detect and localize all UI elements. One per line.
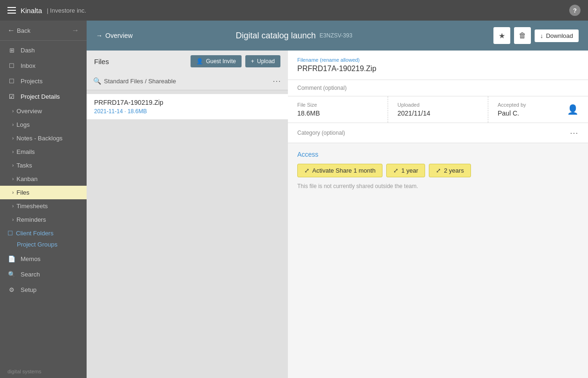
project-header: → Overview Digital catalog launch E3NZSV… <box>87 21 588 51</box>
content-area: → Overview Digital catalog launch E3NZSV… <box>87 21 588 378</box>
access-title: Access <box>297 151 579 158</box>
more-options-icon[interactable]: ⋯ <box>272 76 281 86</box>
sidebar-item-memos[interactable]: 📄 Memos <box>0 251 87 267</box>
sidebar-item-label: Dash <box>21 47 35 54</box>
projects-icon: ☐ <box>7 78 16 85</box>
sidebar-sub-item-notes[interactable]: › Notes - Backlogs <box>0 131 87 145</box>
arrow-right-icon: → <box>96 32 103 39</box>
guest-invite-button[interactable]: 👤 Guest Invite <box>191 55 242 67</box>
breadcrumb-label: Standard Files / Shareable <box>104 78 176 85</box>
share-icon: ⤢ <box>393 167 398 174</box>
sidebar-sub-item-reminders[interactable]: › Reminders <box>0 213 87 226</box>
guest-invite-label: Guest Invite <box>206 58 236 65</box>
sidebar-item-project-details[interactable]: ☑ Project Details <box>0 89 87 104</box>
project-title-area: → Overview <box>96 32 132 39</box>
sidebar-item-search[interactable]: 🔍 Search <box>0 267 87 282</box>
share-2years-button[interactable]: ⤢ 2 years <box>429 164 471 177</box>
back-button[interactable]: ← Back <box>7 26 30 35</box>
share-1year-button[interactable]: ⤢ 1 year <box>386 164 425 177</box>
uploaded-cell: Uploaded 2021/11/14 <box>388 96 488 123</box>
bullet-icon: › <box>12 122 14 127</box>
detail-filename-section: Filename (rename allowed) PRFRD17A-19021… <box>288 51 588 80</box>
delete-button[interactable]: 🗑 <box>514 27 531 44</box>
detail-panel: Filename (rename allowed) PRFRD17A-19021… <box>288 51 588 378</box>
project-details-icon: ☑ <box>7 93 16 100</box>
upload-icon: + <box>251 58 254 65</box>
sidebar-sub-item-files[interactable]: › Files <box>0 186 87 199</box>
accepted-by-value: Paul C. <box>498 109 526 117</box>
sub-item-label: Notes - Backlogs <box>16 135 62 142</box>
overview-button[interactable]: → Overview <box>96 32 132 39</box>
sidebar-item-projects[interactable]: ☐ Projects <box>0 73 87 89</box>
file-size-label: File Size <box>297 102 378 108</box>
sidebar-client-folders[interactable]: ☐ Client Folders <box>0 226 87 240</box>
share-icon: ⤢ <box>304 167 309 174</box>
star-button[interactable]: ★ <box>493 27 510 44</box>
file-size: 18.6MB <box>127 108 147 115</box>
guest-icon: 👤 <box>196 58 203 65</box>
sidebar-sub-item-emails[interactable]: › Emails <box>0 145 87 159</box>
files-list: PRFRD17A-190219.Zip 2021-11-14 · 18.6MB <box>87 90 288 123</box>
breadcrumb-text: 🔍 Standard Files / Shareable <box>93 77 176 85</box>
comment-label: Comment (optional) <box>297 85 579 91</box>
file-item[interactable]: PRFRD17A-190219.Zip 2021-11-14 · 18.6MB <box>87 94 288 119</box>
access-note: This file is not currently shared outsid… <box>297 183 579 189</box>
share-1month-button[interactable]: ⤢ Activate Share 1 month <box>297 164 382 177</box>
main-layout: ← Back → ⊞ Dash ☐ Inbox ☐ Projects ☑ Pro… <box>0 21 588 378</box>
file-date: 2021-11-14 <box>94 108 123 115</box>
sub-item-label: Tasks <box>16 162 32 169</box>
bullet-icon: › <box>12 163 14 168</box>
sidebar-sub-item-overview[interactable]: › Overview <box>0 104 87 118</box>
file-size-value: 18.6MB <box>297 109 378 117</box>
person-icon: 👤 <box>567 104 579 115</box>
download-button[interactable]: ↓ Download <box>535 29 579 42</box>
sub-item-label: Kanban <box>16 175 37 182</box>
sidebar-sub-item-kanban[interactable]: › Kanban <box>0 172 87 186</box>
sub-item-label: Logs <box>16 121 29 128</box>
bullet-icon: › <box>12 217 14 222</box>
upload-button[interactable]: + Upload <box>245 55 280 67</box>
sidebar-project-groups[interactable]: Project Groups <box>0 240 87 251</box>
sidebar-item-label: Inbox <box>21 62 36 69</box>
bullet-icon: › <box>12 136 14 141</box>
files-detail: Files 👤 Guest Invite + Upload <box>87 51 588 378</box>
back-arrow-icon: ← <box>7 26 15 35</box>
sidebar-item-setup[interactable]: ⚙ Setup <box>0 282 87 298</box>
help-icon[interactable]: ? <box>569 5 581 16</box>
share-2years-label: 2 years <box>444 167 464 174</box>
project-title: Digital catalog launch <box>235 31 316 41</box>
sidebar-item-inbox[interactable]: ☐ Inbox <box>0 58 87 73</box>
filename-label: Filename (rename allowed) <box>297 57 579 63</box>
share-1year-label: 1 year <box>401 167 418 174</box>
sidebar: ← Back → ⊞ Dash ☐ Inbox ☐ Projects ☑ Pro… <box>0 21 87 378</box>
share-1month-label: Activate Share 1 month <box>312 167 375 174</box>
sidebar-item-dash[interactable]: ⊞ Dash <box>0 43 87 58</box>
detail-category-section: Category (optional) ⋯ <box>288 123 588 143</box>
sidebar-sub-item-tasks[interactable]: › Tasks <box>0 159 87 172</box>
sidebar-item-label: Setup <box>21 286 37 293</box>
bullet-icon: › <box>12 109 14 114</box>
category-more-icon[interactable]: ⋯ <box>570 128 579 138</box>
header-actions: ★ 🗑 ↓ Download <box>493 27 579 44</box>
files-header: Files 👤 Guest Invite + Upload <box>87 51 288 72</box>
sidebar-item-label: Projects <box>21 78 43 85</box>
detail-access-section: Access ⤢ Activate Share 1 month ⤢ 1 year… <box>288 143 588 197</box>
sidebar-item-label: Project Details <box>21 93 60 100</box>
sidebar-sub-item-logs[interactable]: › Logs <box>0 118 87 131</box>
sidebar-item-label: Search <box>21 271 40 278</box>
top-nav-left: Kinalta | Investore inc. <box>7 7 86 15</box>
hamburger-icon[interactable] <box>7 7 16 14</box>
sidebar-sub-item-timesheets[interactable]: › Timesheets <box>0 199 87 213</box>
access-buttons: ⤢ Activate Share 1 month ⤢ 1 year ⤢ 2 ye… <box>297 164 579 177</box>
filename-value[interactable]: PRFRD17A-190219.Zip <box>297 65 579 73</box>
files-title: Files <box>94 58 109 65</box>
sub-item-label: Reminders <box>16 216 46 223</box>
sidebar-nav-header: ← Back → <box>0 21 87 41</box>
bullet-icon: › <box>12 190 14 195</box>
sub-item-label: Overview <box>16 108 42 115</box>
sidebar-item-label: Memos <box>21 255 41 262</box>
sub-item-label: Timesheets <box>16 203 48 210</box>
detail-meta-row: File Size 18.6MB Uploaded 2021/11/14 Acc… <box>288 96 588 123</box>
accepted-by-row: Accepted by Paul C. 👤 <box>498 102 579 117</box>
accepted-by-cell: Accepted by Paul C. 👤 <box>488 96 588 123</box>
